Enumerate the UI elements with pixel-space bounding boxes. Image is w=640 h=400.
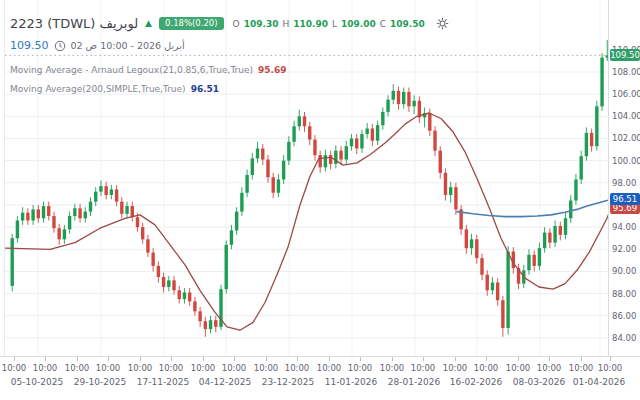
last-price-badge: 109.50: [610, 49, 640, 62]
indicator-sma-label: Moving Average(200,SIMPLE,True,True): [10, 84, 186, 94]
candle-up: [595, 106, 598, 146]
candle-up: [292, 126, 295, 142]
candle-up: [543, 233, 546, 249]
candle-down: [52, 216, 55, 228]
candle-down: [501, 300, 504, 328]
candle-down: [303, 116, 306, 126]
candle-up: [84, 212, 87, 219]
candle-up: [365, 129, 368, 135]
time-tick-mark: [518, 357, 519, 361]
gear-icon[interactable]: [436, 17, 449, 30]
candle-down: [371, 129, 374, 141]
date-label: 23-12-2025: [262, 377, 314, 387]
time-tick-label: 10:00: [191, 363, 216, 373]
candle-up: [256, 148, 259, 158]
time-tick-mark: [77, 357, 78, 361]
candle-up: [277, 179, 280, 192]
last-price-label: 109.50: [10, 39, 49, 52]
candle-down: [131, 206, 134, 217]
candle-up: [298, 116, 301, 126]
time-tick-mark: [14, 357, 15, 361]
price-tick-label: 100.00: [612, 156, 640, 166]
date-label: 17-11-2025: [137, 377, 189, 387]
time-tick-label: 10:00: [443, 363, 468, 373]
candle-down: [266, 160, 269, 178]
time-tick-label: 10:00: [380, 363, 405, 373]
candle-up: [574, 179, 577, 200]
candle-down: [318, 155, 321, 167]
price-tick-label: 98.00: [612, 178, 636, 188]
candle-up: [209, 320, 212, 329]
date-label: 11-01-2026: [325, 377, 377, 387]
candle-up: [491, 283, 494, 291]
time-tick-label: 10:00: [65, 363, 90, 373]
candle-up: [245, 175, 248, 193]
candle-up: [11, 238, 14, 286]
time-tick-mark: [266, 357, 267, 361]
candle-down: [433, 131, 436, 151]
time-tick-label: 10:00: [96, 363, 121, 373]
time-tick-mark: [392, 357, 393, 361]
chart-header: 2223 (TDWL) لوبريف ▲ 0.18%(0.20) O 109.3…: [10, 16, 449, 94]
candle-down: [136, 217, 139, 227]
candle-down: [151, 253, 154, 266]
alma-line: [5, 113, 609, 330]
date-label: 28-01-2026: [388, 377, 440, 387]
candle-down: [454, 187, 457, 209]
candle-up: [240, 193, 243, 212]
candle-down: [198, 311, 201, 321]
candle-up: [21, 213, 24, 221]
time-tick-mark: [486, 357, 487, 361]
low-label: L: [332, 19, 337, 29]
time-tick-label: 10:00: [474, 363, 499, 373]
candle-up: [449, 187, 452, 195]
date-label: 04-12-2025: [199, 377, 251, 387]
price-tick-label: 102.00: [612, 133, 640, 143]
indicator-alma-value: 95.69: [258, 65, 286, 75]
candle-up: [31, 209, 34, 220]
candle-down: [37, 209, 40, 218]
time-tick-label: 10:00: [128, 363, 153, 373]
time-tick-mark: [140, 357, 141, 361]
candle-up: [569, 201, 572, 219]
time-tick-label: 10:00: [254, 363, 279, 373]
candle-down: [444, 173, 447, 195]
candle-down: [120, 202, 123, 214]
candle-down: [204, 321, 207, 329]
candle-down: [47, 206, 50, 216]
candle-down: [57, 228, 60, 239]
candle-up: [538, 248, 541, 266]
symbol-title[interactable]: 2223 (TDWL) لوبريف: [10, 16, 138, 31]
indicator-legend-sma[interactable]: Moving Average(200,SIMPLE,True,True) 96.…: [10, 84, 449, 94]
candle-down: [104, 186, 107, 195]
candle-down: [308, 126, 311, 139]
indicator-legend-alma[interactable]: Moving Average - Arnaud Legoux(21,0.85,6…: [10, 65, 449, 75]
price-tick-label: 106.00: [612, 89, 640, 99]
time-tick-mark: [45, 357, 46, 361]
price-axis[interactable]: 110.00108.00106.00104.00102.00100.0098.0…: [608, 0, 640, 356]
candle-up: [16, 220, 19, 238]
change-badge: 0.18%(0.20): [159, 17, 224, 31]
candle-down: [428, 113, 431, 131]
candle-up: [376, 125, 379, 141]
candle-down: [141, 227, 144, 239]
date-label: 08-03-2026: [513, 377, 565, 387]
time-tick-label: 10:00: [569, 363, 594, 373]
candle-down: [272, 177, 275, 193]
time-tick-label: 10:00: [348, 363, 373, 373]
price-time-row: 109.50 أبريل 2026 - 10:00 ص 02: [10, 39, 449, 52]
time-axis[interactable]: 10:0010:0010:0010:0010:0010:0010:0010:00…: [0, 356, 640, 400]
close-value: 109.50: [390, 19, 425, 29]
time-tick-label: 10:00: [222, 363, 247, 373]
time-tick-label: 10:00: [159, 363, 184, 373]
price-tick-label: 94.00: [612, 222, 636, 232]
price-tick-label: 88.00: [612, 289, 636, 299]
time-tick-mark: [203, 357, 204, 361]
time-tick-mark: [329, 357, 330, 361]
time-tick-label: 10:00: [411, 363, 436, 373]
time-tick-mark: [234, 357, 235, 361]
candle-up: [600, 58, 603, 107]
candle-down: [188, 292, 191, 301]
candle-up: [287, 142, 290, 161]
time-tick-mark: [360, 357, 361, 361]
